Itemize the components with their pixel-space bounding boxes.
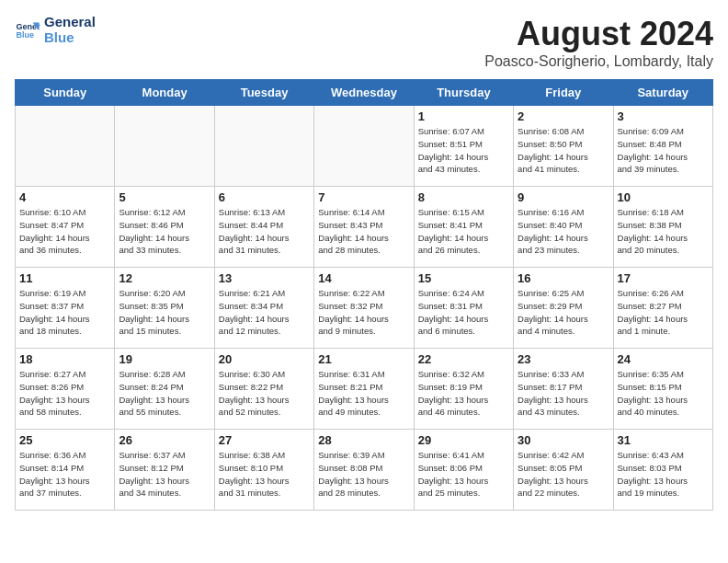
day-number: 29: [418, 433, 509, 447]
day-info: Sunrise: 6:22 AM Sunset: 8:32 PM Dayligh…: [318, 287, 409, 338]
day-info: Sunrise: 6:19 AM Sunset: 8:37 PM Dayligh…: [19, 287, 110, 338]
day-number: 31: [618, 433, 709, 447]
calendar-cell: 13Sunrise: 6:21 AM Sunset: 8:34 PM Dayli…: [214, 268, 313, 349]
day-info: Sunrise: 6:10 AM Sunset: 8:47 PM Dayligh…: [19, 206, 110, 257]
calendar-cell: 8Sunrise: 6:15 AM Sunset: 8:41 PM Daylig…: [414, 187, 513, 268]
day-info: Sunrise: 6:13 AM Sunset: 8:44 PM Dayligh…: [219, 206, 310, 257]
day-number: 24: [618, 352, 709, 366]
day-info: Sunrise: 6:27 AM Sunset: 8:26 PM Dayligh…: [19, 368, 110, 419]
calendar-cell: 14Sunrise: 6:22 AM Sunset: 8:32 PM Dayli…: [314, 268, 414, 349]
weekday-header-wednesday: Wednesday: [314, 80, 414, 106]
day-info: Sunrise: 6:07 AM Sunset: 8:51 PM Dayligh…: [418, 125, 509, 176]
weekday-header-monday: Monday: [115, 80, 214, 106]
day-info: Sunrise: 6:21 AM Sunset: 8:34 PM Dayligh…: [219, 287, 310, 338]
day-number: 6: [219, 190, 310, 204]
calendar-cell: 23Sunrise: 6:33 AM Sunset: 8:17 PM Dayli…: [514, 349, 613, 430]
calendar-cell: [16, 106, 115, 187]
day-info: Sunrise: 6:28 AM Sunset: 8:24 PM Dayligh…: [119, 368, 210, 419]
calendar-cell: 1Sunrise: 6:07 AM Sunset: 8:51 PM Daylig…: [414, 106, 513, 187]
day-info: Sunrise: 6:24 AM Sunset: 8:31 PM Dayligh…: [418, 287, 509, 338]
day-info: Sunrise: 6:42 AM Sunset: 8:05 PM Dayligh…: [518, 449, 609, 500]
day-number: 28: [318, 433, 409, 447]
weekday-header-row: SundayMondayTuesdayWednesdayThursdayFrid…: [16, 80, 713, 106]
calendar-cell: 11Sunrise: 6:19 AM Sunset: 8:37 PM Dayli…: [16, 268, 115, 349]
weekday-header-saturday: Saturday: [613, 80, 712, 106]
day-info: Sunrise: 6:16 AM Sunset: 8:40 PM Dayligh…: [518, 206, 609, 257]
calendar-cell: 29Sunrise: 6:41 AM Sunset: 8:06 PM Dayli…: [414, 430, 513, 511]
calendar-cell: 10Sunrise: 6:18 AM Sunset: 8:38 PM Dayli…: [613, 187, 712, 268]
day-number: 5: [119, 190, 210, 204]
day-number: 26: [119, 433, 210, 447]
day-info: Sunrise: 6:37 AM Sunset: 8:12 PM Dayligh…: [119, 449, 210, 500]
week-row-1: 1Sunrise: 6:07 AM Sunset: 8:51 PM Daylig…: [16, 106, 713, 187]
week-row-4: 18Sunrise: 6:27 AM Sunset: 8:26 PM Dayli…: [16, 349, 713, 430]
calendar-cell: 18Sunrise: 6:27 AM Sunset: 8:26 PM Dayli…: [16, 349, 115, 430]
day-number: 22: [418, 352, 509, 366]
day-number: 18: [19, 352, 110, 366]
calendar-table: SundayMondayTuesdayWednesdayThursdayFrid…: [15, 79, 713, 511]
day-number: 15: [418, 271, 509, 285]
calendar-cell: [214, 106, 313, 187]
calendar-cell: 21Sunrise: 6:31 AM Sunset: 8:21 PM Dayli…: [314, 349, 414, 430]
day-number: 7: [318, 190, 409, 204]
day-number: 1: [418, 109, 509, 123]
week-row-2: 4Sunrise: 6:10 AM Sunset: 8:47 PM Daylig…: [16, 187, 713, 268]
title-area: August 2024 Poasco-Sorigherio, Lombardy,…: [484, 15, 713, 70]
day-number: 25: [19, 433, 110, 447]
day-info: Sunrise: 6:43 AM Sunset: 8:03 PM Dayligh…: [618, 449, 709, 500]
calendar-cell: [115, 106, 214, 187]
day-number: 4: [19, 190, 110, 204]
calendar-cell: 17Sunrise: 6:26 AM Sunset: 8:27 PM Dayli…: [613, 268, 712, 349]
day-number: 10: [618, 190, 709, 204]
calendar-cell: 31Sunrise: 6:43 AM Sunset: 8:03 PM Dayli…: [613, 430, 712, 511]
calendar-cell: 6Sunrise: 6:13 AM Sunset: 8:44 PM Daylig…: [214, 187, 313, 268]
calendar-cell: 24Sunrise: 6:35 AM Sunset: 8:15 PM Dayli…: [613, 349, 712, 430]
day-number: 16: [518, 271, 609, 285]
calendar-cell: 16Sunrise: 6:25 AM Sunset: 8:29 PM Dayli…: [514, 268, 613, 349]
weekday-header-sunday: Sunday: [16, 80, 115, 106]
calendar-cell: 4Sunrise: 6:10 AM Sunset: 8:47 PM Daylig…: [16, 187, 115, 268]
calendar-cell: 20Sunrise: 6:30 AM Sunset: 8:22 PM Dayli…: [214, 349, 313, 430]
calendar-cell: 28Sunrise: 6:39 AM Sunset: 8:08 PM Dayli…: [314, 430, 414, 511]
week-row-5: 25Sunrise: 6:36 AM Sunset: 8:14 PM Dayli…: [16, 430, 713, 511]
day-info: Sunrise: 6:20 AM Sunset: 8:35 PM Dayligh…: [119, 287, 210, 338]
day-info: Sunrise: 6:09 AM Sunset: 8:48 PM Dayligh…: [618, 125, 709, 176]
day-number: 30: [518, 433, 609, 447]
day-info: Sunrise: 6:32 AM Sunset: 8:19 PM Dayligh…: [418, 368, 509, 419]
calendar-cell: 30Sunrise: 6:42 AM Sunset: 8:05 PM Dayli…: [514, 430, 613, 511]
day-info: Sunrise: 6:33 AM Sunset: 8:17 PM Dayligh…: [518, 368, 609, 419]
logo-general: General: [44, 15, 96, 30]
day-number: 13: [219, 271, 310, 285]
day-number: 21: [318, 352, 409, 366]
logo-blue: Blue: [44, 30, 96, 46]
day-info: Sunrise: 6:14 AM Sunset: 8:43 PM Dayligh…: [318, 206, 409, 257]
month-title: August 2024: [484, 15, 713, 53]
day-info: Sunrise: 6:35 AM Sunset: 8:15 PM Dayligh…: [618, 368, 709, 419]
calendar-cell: 27Sunrise: 6:38 AM Sunset: 8:10 PM Dayli…: [214, 430, 313, 511]
day-info: Sunrise: 6:38 AM Sunset: 8:10 PM Dayligh…: [219, 449, 310, 500]
day-number: 2: [518, 109, 609, 123]
calendar-cell: 15Sunrise: 6:24 AM Sunset: 8:31 PM Dayli…: [414, 268, 513, 349]
logo: General Blue General Blue: [15, 15, 96, 45]
day-number: 11: [19, 271, 110, 285]
calendar-cell: 9Sunrise: 6:16 AM Sunset: 8:40 PM Daylig…: [514, 187, 613, 268]
calendar-cell: 19Sunrise: 6:28 AM Sunset: 8:24 PM Dayli…: [115, 349, 214, 430]
day-number: 19: [119, 352, 210, 366]
calendar-cell: 5Sunrise: 6:12 AM Sunset: 8:46 PM Daylig…: [115, 187, 214, 268]
location-subtitle: Poasco-Sorigherio, Lombardy, Italy: [484, 53, 713, 70]
day-info: Sunrise: 6:36 AM Sunset: 8:14 PM Dayligh…: [19, 449, 110, 500]
weekday-header-thursday: Thursday: [414, 80, 513, 106]
svg-text:Blue: Blue: [16, 30, 34, 40]
calendar-cell: 12Sunrise: 6:20 AM Sunset: 8:35 PM Dayli…: [115, 268, 214, 349]
weekday-header-friday: Friday: [514, 80, 613, 106]
day-info: Sunrise: 6:41 AM Sunset: 8:06 PM Dayligh…: [418, 449, 509, 500]
calendar-cell: 26Sunrise: 6:37 AM Sunset: 8:12 PM Dayli…: [115, 430, 214, 511]
calendar-cell: 25Sunrise: 6:36 AM Sunset: 8:14 PM Dayli…: [16, 430, 115, 511]
day-info: Sunrise: 6:25 AM Sunset: 8:29 PM Dayligh…: [518, 287, 609, 338]
day-info: Sunrise: 6:08 AM Sunset: 8:50 PM Dayligh…: [518, 125, 609, 176]
day-number: 27: [219, 433, 310, 447]
day-info: Sunrise: 6:31 AM Sunset: 8:21 PM Dayligh…: [318, 368, 409, 419]
day-number: 17: [618, 271, 709, 285]
day-info: Sunrise: 6:39 AM Sunset: 8:08 PM Dayligh…: [318, 449, 409, 500]
day-number: 3: [618, 109, 709, 123]
